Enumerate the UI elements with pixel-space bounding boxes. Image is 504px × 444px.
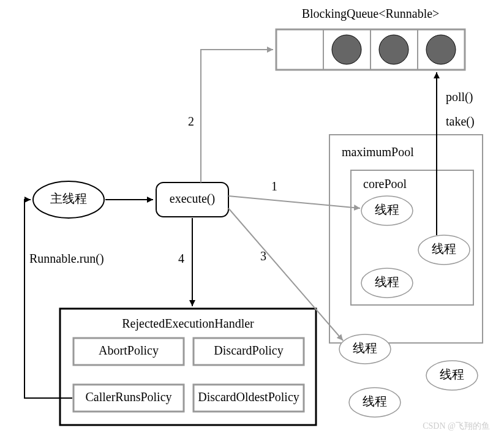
- thread-pool-diagram: BlockingQueue<Runnable> poll() take() ma…: [0, 0, 504, 444]
- discard-oldest-policy-label: DiscardOldestPolicy: [198, 390, 299, 404]
- queue-title: BlockingQueue<Runnable>: [302, 7, 440, 21]
- main-thread-label: 主线程: [50, 192, 87, 205]
- queue-task-icon: [332, 35, 361, 64]
- thread-label: 线程: [440, 367, 464, 381]
- thread-label: 线程: [363, 394, 387, 408]
- thread-label: 线程: [375, 203, 399, 216]
- poll-label: poll(): [446, 90, 473, 104]
- caller-runs-policy-label: CallerRunsPolicy: [85, 390, 171, 404]
- core-pool-label: corePool: [363, 177, 407, 190]
- step-4-label: 4: [178, 252, 184, 265]
- discard-policy-label: DiscardPolicy: [214, 344, 283, 358]
- maximum-pool-label: maximumPool: [342, 145, 414, 159]
- step-3-label: 3: [260, 249, 266, 263]
- blocking-queue: [276, 29, 465, 70]
- thread-label: 线程: [375, 275, 399, 288]
- rejected-handler-box: RejectedExecutionHandler AbortPolicy Dis…: [60, 309, 316, 425]
- step-2-label: 2: [188, 115, 194, 128]
- queue-task-icon: [379, 35, 408, 64]
- arrow-step-1: [228, 196, 360, 208]
- queue-task-icon: [426, 35, 456, 64]
- thread-label: 线程: [353, 341, 377, 355]
- step-1-label: 1: [271, 179, 277, 193]
- thread-label: 线程: [432, 242, 456, 255]
- take-label: take(): [446, 115, 475, 129]
- watermark: CSDN @飞翔的鱼: [423, 421, 490, 431]
- execute-label: execute(): [170, 192, 215, 206]
- abort-policy-label: AbortPolicy: [99, 344, 159, 358]
- handler-title: RejectedExecutionHandler: [122, 317, 254, 331]
- arrow-step-2: [201, 50, 273, 182]
- runnable-run-label: Runnable.run(): [29, 252, 104, 266]
